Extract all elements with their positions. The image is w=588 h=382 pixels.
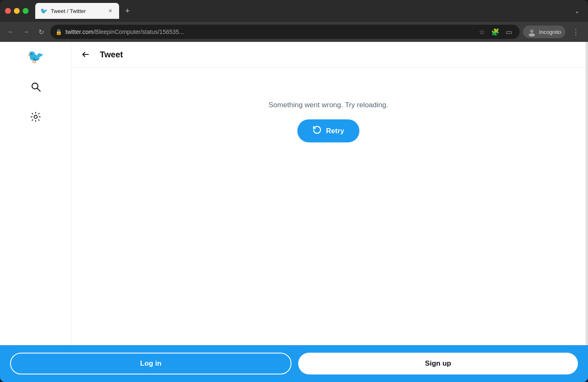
incognito-button[interactable]: Incognito: [523, 26, 565, 38]
url-domain: twitter.com: [65, 28, 94, 35]
bookmark-icon[interactable]: ☆: [476, 26, 488, 38]
url-path: /BleepinComputer/status/156535...: [94, 28, 184, 35]
traffic-lights: [5, 8, 29, 14]
lock-icon: 🔒: [55, 29, 62, 35]
tweet-header: Tweet: [71, 42, 585, 67]
login-button[interactable]: Log in: [10, 353, 291, 374]
svg-point-7: [34, 115, 37, 119]
retry-button[interactable]: Retry: [297, 119, 359, 142]
retry-icon: [312, 125, 322, 137]
tab-twitter-icon: 🐦: [40, 8, 47, 14]
twitter-logo[interactable]: 🐦: [27, 49, 44, 65]
sidebar-search-button[interactable]: [26, 78, 46, 98]
incognito-label: Incognito: [539, 29, 561, 35]
scrollbar[interactable]: [585, 42, 588, 345]
error-area: Something went wrong. Try reloading. Ret…: [71, 67, 585, 345]
main-content: Tweet Something went wrong. Try reloadin…: [71, 42, 585, 345]
error-message: Something went wrong. Try reloading.: [268, 101, 388, 109]
url-text: twitter.com/BleepinComputer/status/15653…: [65, 28, 473, 35]
bottom-bar: Log in Sign up: [0, 345, 588, 382]
address-bar: ← → ↻ 🔒 twitter.com/BleepinComputer/stat…: [0, 22, 588, 42]
svg-point-4: [533, 31, 534, 32]
active-tab[interactable]: 🐦 Tweet / Twitter ✕: [35, 3, 119, 19]
extension-icon[interactable]: 🧩: [489, 26, 501, 38]
reload-button[interactable]: ↻: [35, 26, 47, 38]
gear-icon: [30, 111, 41, 125]
title-bar: 🐦 Tweet / Twitter ✕ + ⌄: [0, 0, 588, 22]
new-tab-button[interactable]: +: [121, 4, 134, 18]
svg-line-6: [37, 88, 40, 91]
url-bar[interactable]: 🔒 twitter.com/BleepinComputer/status/156…: [50, 25, 520, 39]
svg-point-3: [530, 31, 531, 32]
back-button[interactable]: [78, 47, 93, 62]
close-button[interactable]: [5, 8, 11, 14]
signup-button[interactable]: Sign up: [298, 353, 578, 374]
tab-dropdown-button[interactable]: ⌄: [571, 6, 583, 16]
sidebar-toggle-icon[interactable]: ▭: [503, 26, 515, 38]
tab-title: Tweet / Twitter: [51, 8, 103, 14]
page-content: 🐦: [0, 42, 588, 345]
url-actions: ☆ 🧩 ▭: [476, 26, 515, 38]
twitter-sidebar: 🐦: [0, 42, 71, 345]
tab-bar: 🐦 Tweet / Twitter ✕ +: [35, 3, 568, 19]
page-title: Tweet: [100, 50, 123, 59]
forward-nav-button[interactable]: →: [20, 26, 32, 38]
back-nav-button[interactable]: ←: [5, 26, 17, 38]
sidebar-settings-button[interactable]: [26, 108, 46, 128]
svg-rect-2: [531, 29, 533, 31]
maximize-button[interactable]: [23, 8, 29, 14]
search-icon: [30, 81, 41, 95]
retry-label: Retry: [326, 127, 344, 135]
tab-close-button[interactable]: ✕: [107, 7, 114, 15]
browser-window: 🐦 Tweet / Twitter ✕ + ⌄ ← → ↻ 🔒 twitter.…: [0, 0, 588, 382]
svg-point-1: [529, 34, 535, 36]
incognito-icon: [527, 27, 536, 36]
minimize-button[interactable]: [14, 8, 20, 14]
browser-menu-button[interactable]: ⋮: [569, 26, 583, 38]
